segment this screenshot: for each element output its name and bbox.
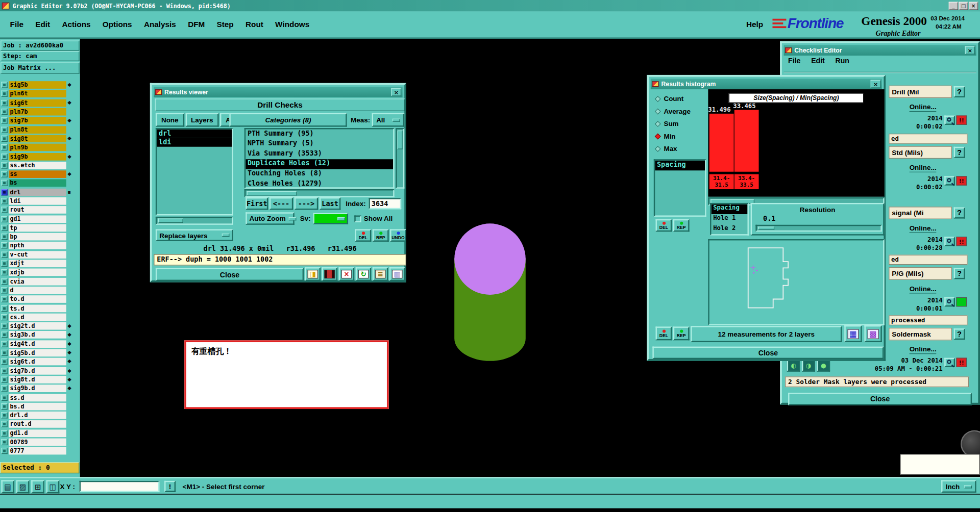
first-button[interactable]: First	[246, 197, 268, 210]
layer-visibility-toggle[interactable]	[1, 136, 7, 142]
category-list-hscrollbar[interactable]	[244, 189, 395, 197]
layer-visibility-toggle[interactable]	[1, 394, 7, 400]
close-icon[interactable]: ×	[391, 88, 402, 96]
checklist-close-button[interactable]: Close	[788, 393, 972, 405]
layer-name[interactable]: rout.d	[9, 421, 66, 428]
layer-visibility-toggle[interactable]	[1, 180, 7, 186]
checklist-menu-edit[interactable]: Edit	[811, 57, 825, 64]
show-all-checkbox[interactable]	[354, 215, 361, 222]
histogram-close-button[interactable]: Close	[652, 347, 884, 359]
layer-visibility-toggle[interactable]	[1, 430, 7, 436]
layer-visibility-toggle[interactable]	[1, 278, 7, 285]
layer-name[interactable]: 00789	[9, 439, 66, 446]
layer-visibility-toggle[interactable]	[1, 448, 7, 454]
checklist-status-dropdown[interactable]: Online...	[910, 164, 937, 172]
measure-item[interactable]: Spacing	[655, 161, 705, 171]
menu-edit[interactable]: Edit	[34, 19, 52, 30]
histogram-bar[interactable]: 33.465	[734, 110, 759, 172]
layer-visibility-toggle[interactable]	[1, 82, 7, 88]
results-viewer-close-button[interactable]: Close	[156, 268, 304, 281]
layer-name[interactable]: sig6t	[9, 99, 66, 107]
layer-name[interactable]: cvia	[9, 277, 66, 285]
results-layer-item[interactable]: drl	[157, 129, 232, 138]
run-status-icon-3[interactable]: ●	[817, 360, 830, 371]
layer-visibility-toggle[interactable]	[1, 332, 7, 338]
layer-visibility-toggle[interactable]	[1, 412, 7, 418]
layer-visibility-toggle[interactable]	[1, 323, 7, 329]
select-tool-icon[interactable]: ▤	[1, 480, 14, 494]
drill-hole-shape[interactable]	[454, 223, 526, 295]
layer-name[interactable]: sig7b	[9, 117, 66, 124]
layer-visibility-toggle[interactable]	[1, 189, 7, 195]
layer-name[interactable]: gd1	[9, 215, 66, 223]
maximize-button[interactable]: □	[959, 2, 968, 10]
layer-visibility-toggle[interactable]	[1, 153, 7, 160]
layer-visibility-toggle[interactable]	[1, 171, 7, 177]
close-icon[interactable]: ×	[871, 80, 881, 88]
menu-analysis[interactable]: Analysis	[142, 19, 177, 30]
report-list-icon[interactable]: ≡	[373, 267, 388, 281]
layer-visibility-toggle[interactable]	[1, 216, 7, 222]
layer-name[interactable]: sig8t	[9, 135, 66, 142]
run-status-icon-1[interactable]: ◐	[787, 360, 800, 371]
grid-tool-icon[interactable]: ⊞	[31, 480, 44, 494]
layer-name[interactable]: xdjt	[9, 260, 66, 267]
layer-name[interactable]: ss.d	[9, 394, 66, 401]
layer-visibility-toggle[interactable]	[1, 359, 7, 365]
results-category-item[interactable]: Duplicate Holes (12)	[246, 159, 393, 169]
layer-visibility-toggle[interactable]	[1, 198, 7, 204]
layer-visibility-toggle[interactable]	[1, 376, 7, 382]
layer-visibility-toggle[interactable]	[1, 403, 7, 409]
resolution-slider[interactable]	[755, 225, 881, 232]
checklist-titlebar[interactable]: Checklist Editor ×	[784, 45, 976, 56]
close-icon[interactable]: ×	[965, 46, 975, 55]
stat-average[interactable]: Average	[654, 105, 706, 117]
layer-name[interactable]: sig2t.d	[9, 322, 66, 330]
layer-name[interactable]: gd1.d	[9, 429, 66, 437]
detail-item[interactable]: Hole 1	[711, 214, 747, 224]
menu-rout[interactable]: Rout	[244, 19, 265, 30]
layer-visibility-toggle[interactable]	[1, 225, 7, 231]
layer-visibility-toggle[interactable]	[1, 100, 7, 106]
layer-name[interactable]: ss.etch	[9, 162, 66, 169]
layer-visibility-toggle[interactable]	[1, 350, 7, 356]
results-category-item[interactable]: PTH Summary (95)	[246, 129, 393, 139]
detail-item[interactable]: Hole 2	[711, 224, 747, 235]
stat-min[interactable]: Min	[654, 130, 706, 142]
layer-visibility-toggle[interactable]	[1, 118, 7, 124]
magnifier-button[interactable]	[944, 116, 955, 125]
layer-name[interactable]: sig4t.d	[9, 340, 66, 348]
results-layer-item[interactable]: ldi	[157, 138, 232, 147]
checklist-status-dropdown[interactable]: Online...	[910, 224, 937, 233]
layer-name[interactable]: pln9b	[9, 144, 66, 151]
layer-visibility-toggle[interactable]	[1, 269, 7, 275]
chart-export-icon[interactable]: ◨	[305, 267, 321, 281]
help-button[interactable]: ?	[954, 147, 965, 158]
layer-name[interactable]: sig6t.d	[9, 358, 66, 366]
layer-name[interactable]: pln7b	[9, 108, 66, 116]
layer-name[interactable]: pln8t	[9, 126, 66, 134]
measurement-map-icon[interactable]: ▩	[864, 325, 881, 342]
histogram-bar[interactable]: 31.496	[709, 114, 734, 172]
histogram-titlebar[interactable]: Results histogram ×	[651, 79, 882, 89]
layer-name[interactable]: to.d	[9, 296, 66, 303]
menu-windows[interactable]: Windows	[274, 19, 311, 30]
magnifier-button[interactable]	[944, 297, 955, 306]
prompt-badge-icon[interactable]: !	[164, 481, 176, 492]
layer-name[interactable]: pln6t	[9, 90, 66, 98]
units-dropdown[interactable]: Inch	[941, 480, 976, 493]
menu-dfm[interactable]: DFM	[187, 19, 206, 30]
layer-name[interactable]: sig5b.d	[9, 349, 66, 357]
minimize-button[interactable]: _	[949, 2, 958, 10]
filter-none-button[interactable]: None	[156, 113, 184, 127]
magnifier-button[interactable]	[944, 358, 955, 367]
prev-button[interactable]: <---	[270, 197, 293, 210]
layer-name[interactable]: 0777	[9, 447, 66, 455]
layer-visibility-toggle[interactable]	[1, 421, 7, 427]
layer-name[interactable]: ts.d	[9, 304, 66, 312]
layer-visibility-toggle[interactable]	[1, 296, 7, 302]
meas-dropdown[interactable]: All	[372, 113, 405, 127]
rerun-check-icon[interactable]: ↻	[356, 267, 372, 281]
job-matrix-button[interactable]: Job Matrix ...	[1, 62, 79, 73]
menu-step[interactable]: Step	[215, 19, 235, 30]
